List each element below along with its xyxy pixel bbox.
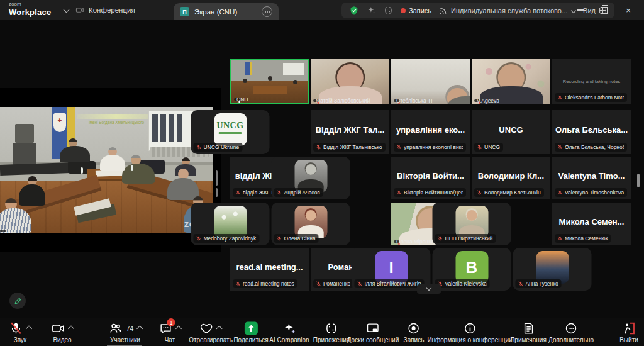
participant-tile-19[interactable]: НПП Пирятинський — [433, 203, 511, 245]
participant-name-label: Valeriia Kleievska — [435, 279, 490, 288]
chevron-down-icon — [426, 286, 431, 291]
zoom-workplace-menu[interactable]: zoom Workplace — [9, 2, 51, 16]
gallery-scrollbar[interactable] — [637, 174, 640, 187]
toolbar-chat-button[interactable]: 1Чат — [159, 321, 181, 343]
tab-options-icon[interactable] — [262, 6, 272, 17]
reactions-icon — [199, 321, 213, 335]
apps-icon — [325, 321, 338, 335]
participant-tile-14[interactable]: Володимир Кл...Володимир Клетьонкін — [472, 157, 550, 199]
participant-tile-24[interactable]: BValeriia Kleievska — [433, 248, 511, 291]
participant-name-label: Oleksandr's Fathom Notetak... — [555, 93, 627, 102]
participant-name-label: Valentyna Timoshenkova — [555, 188, 627, 197]
participant-name-label: Володимир Клетьонкін — [474, 188, 544, 197]
audio-options-chevron[interactable] — [26, 325, 32, 332]
window-titlebar: zoom Workplace Конференция П Экран (CNU) — [0, 0, 644, 20]
chevron-down-icon[interactable] — [64, 7, 70, 13]
annotation-button[interactable] — [9, 293, 26, 309]
participant-name-text: read.ai meeting notes — [243, 281, 294, 287]
pane-resize-handle[interactable] — [216, 170, 218, 199]
person-silhouette — [0, 198, 33, 233]
minimize-button[interactable] — [572, 4, 587, 16]
toolbar-record-button[interactable]: Запись — [404, 321, 425, 343]
mic-muted-icon — [396, 189, 402, 196]
participant-name-text: Ольга Бєльська, Чорнобиль... — [565, 144, 624, 150]
participant-name-label: Олена Сінна — [274, 234, 319, 243]
participant-tile-6[interactable]: UNCGUNCG Ukraine — [191, 110, 270, 154]
participant-tile-10[interactable]: Ольга Бєльська...Ольга Бєльська, Чорноби… — [552, 110, 631, 154]
participant-tile-1[interactable]: CNU — [230, 59, 309, 104]
participants-count: 74 — [126, 325, 134, 332]
participant-tile-16[interactable]: Medobory Zapovidnyk — [191, 203, 270, 245]
participant-tile-4[interactable]: V.Ageeva — [472, 59, 550, 104]
stream-label: Индивидуальная служба потоково... — [451, 7, 567, 14]
participant-tile-12[interactable]: Андрій Ачасов — [272, 157, 350, 199]
participant-name-text: Володимир Клетьонкін — [484, 189, 541, 196]
mini-table — [253, 86, 287, 94]
toolbar-ai-companion-button[interactable]: AI Companion — [269, 321, 309, 343]
toolbar-notes-button[interactable]: Примечания — [510, 321, 547, 343]
participant-tile-9[interactable]: UNCGUNCG — [472, 110, 550, 154]
participant-name: управління еко... — [391, 125, 470, 135]
reactions-options-chevron[interactable] — [216, 325, 223, 332]
participant-name-text: НПП Пирятинський — [445, 235, 493, 242]
toolbar-video-button[interactable]: Видео — [52, 321, 74, 343]
conference-room-video: імені Богдана Хмельницького CNU zo — [0, 107, 213, 233]
security-shield-icon[interactable] — [349, 6, 359, 16]
toolbar-audio-label: Звук — [14, 337, 27, 343]
restore-button[interactable] — [596, 4, 611, 16]
participant-tile-8[interactable]: управління еко...управління екології вик… — [391, 110, 470, 154]
toolbar-participants-button[interactable]: 74Участники — [109, 321, 142, 343]
participant-tile-25[interactable]: Анна Гузенко — [513, 248, 592, 291]
participant-tile-13[interactable]: Вікторія Войти...Вікторія Войтишина/Депа… — [391, 157, 470, 199]
participant-name-label: управління екології виконк... — [394, 143, 466, 152]
recording-indicator[interactable]: Запись — [401, 7, 431, 14]
participant-tile-20[interactable]: Микола Семен...Микола Семенюк — [552, 203, 631, 245]
tab-screen-share[interactable]: П Экран (CNU) — [174, 3, 279, 20]
participant-tile-15[interactable]: Valentyna Timo...Valentyna Timoshenkova — [552, 157, 631, 199]
chat-options-chevron[interactable] — [175, 325, 182, 332]
toolbar-video-label: Видео — [53, 337, 71, 343]
mic-muted-icon — [557, 189, 563, 196]
water-bottle — [131, 165, 133, 171]
person-silhouette — [167, 169, 200, 200]
gallery-scroll-down-button[interactable] — [417, 284, 441, 294]
toolbar-apps-button[interactable]: Приложения — [313, 321, 350, 343]
audio-icon — [9, 321, 23, 335]
video-options-chevron[interactable] — [68, 325, 74, 332]
participant-tile-3[interactable]: Стеблівська ТГ — [391, 59, 470, 104]
participant-name-label: Андрій Ачасов — [274, 188, 323, 197]
close-button[interactable]: × — [621, 4, 636, 16]
toolbar-notes-label: Примечания — [510, 337, 547, 343]
toolbar-whiteboards-button[interactable]: Доски сообщений — [347, 321, 399, 343]
toolbar-reactions-button[interactable]: Отреагировать — [189, 321, 233, 343]
mic-muted-icon — [557, 144, 563, 150]
toolbar-more-button[interactable]: Дополнительно — [548, 321, 594, 343]
participants-options-chevron[interactable] — [136, 325, 143, 332]
participant-name-text: Oleksandr's Fathom Notetak... — [565, 94, 624, 101]
participant-tile-7[interactable]: Відділ ЖКГ Тал...Відділ ЖКГ Тальнівської… — [311, 110, 389, 154]
live-stream-selector[interactable]: Индивидуальная служба потоково... — [439, 6, 575, 15]
mini-person — [243, 79, 247, 83]
apps-icon[interactable] — [384, 6, 393, 15]
tab-meeting[interactable]: Конференция — [69, 0, 142, 20]
toolbar-share-screen-button[interactable]: Поделиться — [233, 321, 268, 343]
participant-tile-2[interactable]: Матвій Залюбовський — [311, 59, 389, 104]
participant-name-text: Valeriia Kleievska — [445, 281, 487, 287]
toolbar-leave-button[interactable]: Выйти — [619, 321, 638, 343]
participant-name-text: V.Ageeva — [477, 98, 499, 104]
mini-person — [268, 76, 272, 81]
toolbar-meeting-info-label: Информация о конференции — [427, 337, 512, 343]
participants-icon — [109, 321, 123, 335]
participant-tile-21[interactable]: read.ai meeting...read.ai meeting notes — [230, 248, 309, 291]
participant-name-label: Олена Мірошниченко — [394, 240, 399, 243]
person-silhouette — [60, 138, 104, 164]
participant-tile-5[interactable]: Recording and taking notesOleksandr's Fa… — [552, 59, 631, 104]
toolbar-audio-button[interactable]: Звук — [9, 321, 31, 343]
participant-name-text: Олена Сінна — [284, 235, 316, 242]
toolbar-meeting-info-button[interactable]: Информация о конференции — [427, 321, 512, 343]
mic-muted-icon — [477, 144, 482, 150]
projector-content — [152, 114, 185, 142]
participant-tile-17[interactable]: Олена Сінна — [272, 203, 350, 245]
ai-sparkle-icon[interactable] — [367, 6, 376, 15]
brand-zoom-text: zoom — [9, 2, 51, 7]
